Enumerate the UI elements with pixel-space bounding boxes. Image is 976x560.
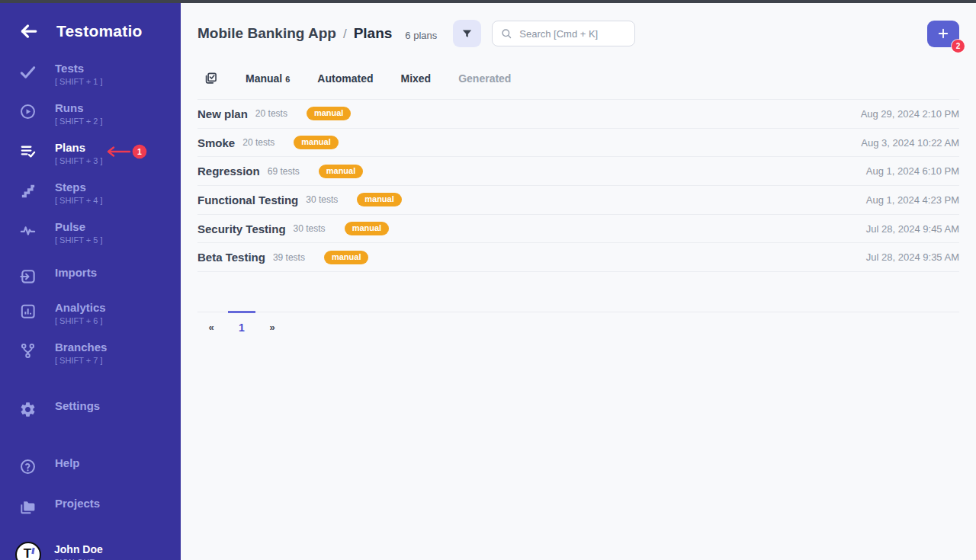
- tab-label: Automated: [317, 72, 373, 85]
- breadcrumb: Mobile Banking App / Plans: [197, 25, 392, 42]
- sidebar-item-steps[interactable]: Steps[ SHIFT + 4 ]: [0, 181, 181, 207]
- pagination-next-button[interactable]: »: [258, 311, 286, 334]
- breadcrumb-project[interactable]: Mobile Banking App: [197, 25, 336, 42]
- plan-name-link[interactable]: Smoke: [197, 136, 235, 149]
- plan-row[interactable]: Regression69 testsmanualAug 1, 2024 6:10…: [197, 157, 959, 186]
- plan-date: Jul 28, 2024 9:45 AM: [866, 223, 959, 235]
- sidebar-item-runs[interactable]: Runs[ SHIFT + 2 ]: [0, 101, 181, 128]
- plan-tests-count: 20 tests: [242, 137, 274, 148]
- sidebar-item-label: Plans: [55, 141, 102, 154]
- plans-table: New plan20 testsmanualAug 29, 2024 2:10 …: [197, 99, 959, 272]
- add-button-badge: 2: [952, 40, 965, 53]
- tab-label: Mixed: [400, 72, 431, 85]
- plan-row[interactable]: New plan20 testsmanualAug 29, 2024 2:10 …: [197, 100, 959, 129]
- plan-tests-count: 69 tests: [268, 166, 300, 177]
- sidebar-item-shortcut: [ SHIFT + 6 ]: [55, 316, 106, 325]
- funnel-icon: [461, 27, 474, 40]
- check-icon: [18, 62, 37, 82]
- filter-button[interactable]: [453, 20, 481, 47]
- pagination-page-1[interactable]: 1: [228, 311, 255, 334]
- sidebar-item-label: Imports: [55, 266, 97, 279]
- user-menu[interactable]: T John Doe SIGN OUT: [0, 542, 181, 560]
- user-text: John Doe SIGN OUT: [54, 543, 103, 560]
- arrow-left-icon: [18, 21, 38, 41]
- search-icon: [500, 27, 512, 40]
- sidebar-header: Testomatio: [0, 3, 181, 41]
- sidebar-item-settings[interactable]: Settings: [0, 399, 181, 419]
- avatar: T: [15, 542, 41, 560]
- plan-type-badge: manual: [324, 251, 369, 264]
- tab-label: Generated: [458, 72, 511, 85]
- plan-type-badge: manual: [319, 165, 364, 178]
- sidebar-item-label: Branches: [55, 341, 107, 354]
- pulse-icon: [18, 221, 37, 240]
- tab-automated[interactable]: Automated: [317, 72, 373, 85]
- sidebar-item-label: Pulse: [55, 220, 102, 233]
- sidebar-item-label: Settings: [55, 399, 100, 412]
- avatar-letter: T: [24, 546, 31, 560]
- plan-type-badge: manual: [357, 193, 402, 206]
- sidebar-item-label: Projects: [55, 497, 100, 510]
- sidebar-item-plans[interactable]: Plans[ SHIFT + 3 ]1: [0, 141, 181, 168]
- add-plan-button[interactable]: 2: [927, 21, 959, 47]
- tab-generated[interactable]: Generated: [458, 72, 511, 85]
- plan-row[interactable]: Security Testing30 testsmanualJul 28, 20…: [197, 215, 959, 244]
- folder-icon: [18, 498, 37, 517]
- pagination: «1»: [197, 312, 959, 334]
- plan-date: Aug 29, 2024 2:10 PM: [861, 108, 959, 120]
- sidebar-item-shortcut: [ SHIFT + 2 ]: [55, 117, 102, 126]
- plan-name-link[interactable]: New plan: [197, 107, 248, 120]
- sidebar-item-shortcut: [ SHIFT + 3 ]: [55, 156, 102, 165]
- play-circle-icon: [18, 102, 37, 121]
- sidebar-item-help[interactable]: Help: [0, 456, 181, 476]
- sidebar-item-shortcut: [ SHIFT + 7 ]: [55, 356, 107, 365]
- plan-name-link[interactable]: Regression: [197, 165, 260, 178]
- sidebar-item-shortcut: [ SHIFT + 5 ]: [55, 235, 102, 245]
- page-title: Plans: [354, 25, 393, 42]
- sidebar-item-label: Tests: [55, 62, 102, 75]
- plan-row[interactable]: Beta Testing39 testsmanualJul 28, 2024 9…: [197, 243, 959, 272]
- brand-logo-text[interactable]: Testomatio: [56, 22, 142, 40]
- tab-mixed[interactable]: Mixed: [400, 72, 431, 85]
- sidebar-nav: Tests[ SHIFT + 1 ]Runs[ SHIFT + 2 ]Plans…: [0, 62, 181, 380]
- sidebar-item-analytics[interactable]: Analytics[ SHIFT + 6 ]: [0, 301, 181, 328]
- collapse-sidebar-button[interactable]: [18, 21, 38, 41]
- sidebar-item-branches[interactable]: Branches[ SHIFT + 7 ]: [0, 341, 181, 367]
- sidebar-item-tests[interactable]: Tests[ SHIFT + 1 ]: [0, 62, 181, 88]
- sidebar-item-label: Runs: [55, 101, 102, 114]
- plan-row[interactable]: Smoke20 testsmanualAug 3, 2024 10:22 AM: [197, 129, 959, 158]
- branch-icon: [18, 341, 37, 360]
- sidebar-item-projects[interactable]: Projects: [0, 497, 181, 517]
- plan-type-badge: manual: [307, 107, 352, 120]
- plan-tests-count: 30 tests: [294, 223, 326, 234]
- tab-count: 6: [285, 75, 290, 84]
- plan-date: Aug 3, 2024 10:22 AM: [861, 137, 959, 149]
- sign-out-link[interactable]: SIGN OUT: [54, 558, 103, 560]
- plan-type-badge: manual: [294, 136, 339, 149]
- sidebar-item-label: Steps: [55, 181, 102, 194]
- plus-icon: [936, 27, 950, 40]
- app-root: Testomatio Tests[ SHIFT + 1 ]Runs[ SHIFT…: [0, 3, 976, 560]
- sidebar: Testomatio Tests[ SHIFT + 1 ]Runs[ SHIFT…: [0, 3, 181, 560]
- search-input[interactable]: [518, 27, 627, 40]
- sidebar-secondary-nav: SettingsHelpProjects: [0, 399, 181, 530]
- sidebar-item-pulse[interactable]: Pulse[ SHIFT + 5 ]: [0, 220, 181, 247]
- plan-row[interactable]: Functional Testing30 testsmanualAug 1, 2…: [197, 186, 959, 215]
- pagination-prev-button[interactable]: «: [197, 311, 225, 334]
- sidebar-item-imports[interactable]: Imports: [0, 266, 181, 286]
- tab-manual[interactable]: Manual6: [246, 72, 290, 85]
- search-box: [492, 21, 635, 46]
- plan-type-badge: manual: [345, 222, 390, 235]
- avatar-tick: [31, 548, 34, 554]
- sidebar-item-label: Help: [55, 456, 80, 469]
- select-all-icon[interactable]: [203, 71, 218, 86]
- page-header: Mobile Banking App / Plans 6 plans 2: [197, 3, 959, 47]
- gear-icon: [18, 400, 37, 419]
- plan-tests-count: 30 tests: [306, 194, 338, 205]
- plan-name-link[interactable]: Beta Testing: [197, 251, 265, 264]
- analytics-icon: [18, 302, 37, 321]
- plan-name-link[interactable]: Security Testing: [197, 222, 286, 235]
- sidebar-item-label: Analytics: [55, 301, 106, 314]
- plan-name-link[interactable]: Functional Testing: [197, 194, 298, 206]
- help-circle-icon: [18, 457, 37, 476]
